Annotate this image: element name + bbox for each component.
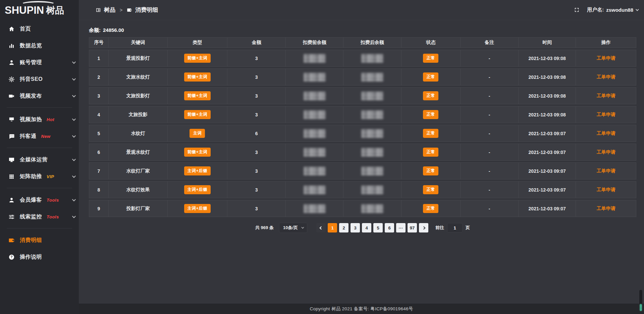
sidebar-item-抖客通[interactable]: 抖客通New <box>0 128 79 145</box>
cell-status: 正常 <box>401 200 461 217</box>
more-pages-button[interactable]: ··· <box>396 223 406 232</box>
cell-pre-balance <box>286 87 343 104</box>
prev-page-button[interactable] <box>316 223 326 232</box>
cell-note: - <box>461 106 519 123</box>
cell-post-balance <box>343 50 401 67</box>
column-header: 扣费后余额 <box>343 37 401 48</box>
status-badge: 正常 <box>423 148 438 157</box>
work-order-link[interactable]: 工单申请 <box>597 112 615 117</box>
work-order-link[interactable]: 工单申请 <box>597 187 615 192</box>
table-row: 5水纹灯主词6正常-2021-12-03 09:07工单申请 <box>89 125 636 142</box>
cell-pre-balance <box>286 200 343 217</box>
censored-value <box>304 54 326 63</box>
page-buttons: 123456···97 <box>327 223 418 232</box>
cell-status: 正常 <box>401 125 461 142</box>
cell-type: 前缀+主词 <box>168 50 227 67</box>
cell-note: - <box>461 162 519 179</box>
sidebar-item-抖音SEO[interactable]: 抖音SEO <box>0 71 79 88</box>
sidebar-item-矩阵助推[interactable]: 矩阵助推VIP <box>0 168 79 185</box>
column-header: 扣费前余额 <box>286 37 343 48</box>
sidebar-item-label: 线索监控 <box>20 213 42 220</box>
cell-index: 7 <box>89 162 109 179</box>
scrollbar-thumb[interactable] <box>640 304 642 311</box>
page-size-value: 10条/页 <box>283 225 298 231</box>
status-badge: 正常 <box>423 204 438 213</box>
work-order-link[interactable]: 工单申请 <box>597 93 615 98</box>
work-order-link[interactable]: 工单申请 <box>597 168 615 173</box>
home-icon <box>8 26 15 32</box>
sidebar-item-label: 会员爆客 <box>20 197 42 204</box>
breadcrumb-separator: > <box>120 7 122 13</box>
page-button-97[interactable]: 97 <box>408 223 417 232</box>
cell-keyword: 景观水纹灯 <box>109 144 168 161</box>
next-page-button[interactable] <box>419 223 428 232</box>
cell-type: 主词+后缀 <box>168 162 227 179</box>
sidebar-item-badge: Tools <box>47 214 59 219</box>
breadcrumb-home[interactable]: 树品 <box>104 6 115 14</box>
cell-index: 9 <box>89 200 109 217</box>
page-button-1[interactable]: 1 <box>328 223 337 232</box>
work-order-link[interactable]: 工单申请 <box>597 149 615 155</box>
column-header: 类型 <box>168 37 227 48</box>
cell-time: 2021-12-03 09:08 <box>519 50 576 67</box>
cell-time: 2021-12-03 09:07 <box>519 162 576 179</box>
censored-value <box>304 167 326 175</box>
table-body: 1景观投影灯前缀+主词3正常-2021-12-03 09:08工单申请2文旅水纹… <box>89 50 636 217</box>
cell-note: - <box>461 50 519 67</box>
sidebar-item-账号管理[interactable]: 账号管理 <box>0 54 79 71</box>
gear-icon <box>8 76 15 83</box>
sidebar-item-数据总览[interactable]: 数据总览 <box>0 37 79 54</box>
cell-status: 正常 <box>401 68 461 86</box>
scrollbar[interactable] <box>639 290 643 312</box>
cell-index: 2 <box>89 68 109 86</box>
sidebar-item-会员爆客[interactable]: 会员爆客Tools <box>0 192 79 208</box>
cell-keyword: 文旅投影 <box>109 106 168 123</box>
sidebar-item-线索监控[interactable]: 线索监控Tools <box>0 208 79 225</box>
page-button-4[interactable]: 4 <box>362 223 371 232</box>
page-button-6[interactable]: 6 <box>385 223 394 232</box>
sidebar-item-操作说明[interactable]: ?操作说明 <box>0 249 79 265</box>
breadcrumb-current: 消费明细 <box>135 6 158 14</box>
work-order-link[interactable]: 工单申请 <box>597 206 615 211</box>
bar-chart-icon <box>8 43 15 49</box>
cell-time: 2021-12-03 09:08 <box>519 106 576 123</box>
sidebar-item-首页[interactable]: 首页 <box>0 20 79 37</box>
cell-index: 3 <box>89 87 109 104</box>
cell-action: 工单申请 <box>576 87 636 104</box>
menu-divider <box>7 188 72 188</box>
sidebar-item-视频加热[interactable]: 视频加热Hot <box>0 111 79 128</box>
cell-note: - <box>461 87 519 104</box>
page-button-2[interactable]: 2 <box>339 223 348 232</box>
cell-time: 2021-12-03 09:07 <box>519 181 576 198</box>
page-button-3[interactable]: 3 <box>351 223 360 232</box>
page-button-5[interactable]: 5 <box>373 223 383 232</box>
svg-text:?: ? <box>10 255 12 259</box>
censored-value <box>304 186 326 194</box>
app-root: SHUPIN 树品 首页数据总览账号管理抖音SEO视频发布视频加热Hot抖客通N… <box>0 0 644 314</box>
cell-time: 2021-12-03 09:08 <box>519 87 576 104</box>
cell-type: 主词+后缀 <box>168 200 227 217</box>
wallet-icon <box>8 237 15 244</box>
sidebar-item-全媒体运营[interactable]: 全媒体运营 <box>0 151 79 168</box>
page-size-select[interactable]: 10条/页 <box>279 223 307 233</box>
table-header-row: 序号关键词类型金额扣费前余额扣费后余额状态备注时间操作 <box>89 37 636 48</box>
work-order-link[interactable]: 工单申请 <box>597 74 615 80</box>
sliders-icon <box>8 214 15 220</box>
cell-pre-balance <box>286 50 343 67</box>
fullscreen-icon[interactable] <box>574 7 580 13</box>
status-badge: 正常 <box>423 54 438 63</box>
cell-keyword: 投影灯厂家 <box>109 200 168 217</box>
work-order-link[interactable]: 工单申请 <box>597 130 615 136</box>
status-badge: 正常 <box>423 166 438 175</box>
cell-amount: 3 <box>227 50 286 67</box>
sidebar-item-label: 视频加热 <box>20 116 42 123</box>
user-menu[interactable]: 用户名: zswodun88 <box>587 7 638 13</box>
shupin-logo: SHUPIN 树品 <box>0 0 79 20</box>
cell-post-balance <box>343 68 401 86</box>
work-order-link[interactable]: 工单申请 <box>597 55 615 61</box>
chevron-down-icon <box>72 60 76 64</box>
sidebar-item-消费明细[interactable]: 消费明细 <box>0 232 79 249</box>
question-icon: ? <box>8 254 15 260</box>
sidebar-item-视频发布[interactable]: 视频发布 <box>0 88 79 104</box>
goto-page-input[interactable] <box>447 223 463 232</box>
